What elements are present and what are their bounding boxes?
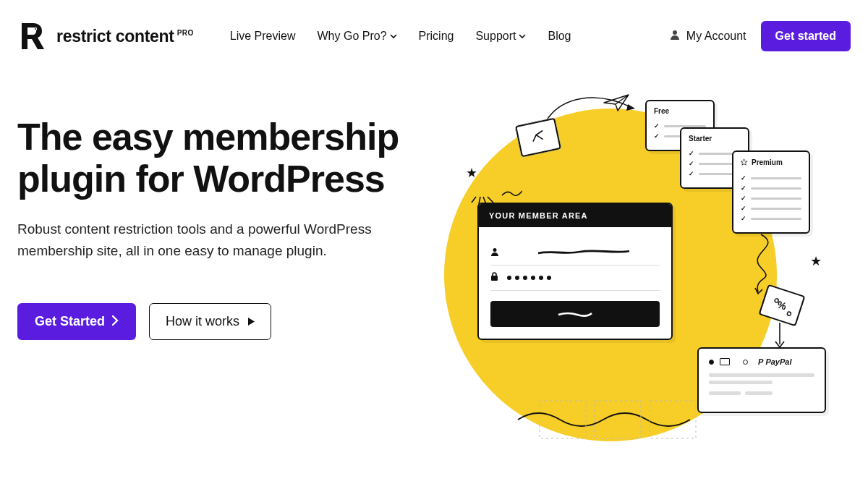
site-header: restrict contentPRO Live Preview Why Go … (0, 0, 868, 72)
radio-empty-icon (743, 360, 748, 365)
header-actions: My Account Get started (669, 21, 851, 51)
svg-point-5 (775, 298, 779, 302)
hero-section: The easy membership plugin for WordPress… (0, 72, 868, 340)
chevron-down-icon (519, 30, 526, 43)
tier-free-label: Free (654, 107, 669, 115)
hero-get-started-button[interactable]: Get Started (17, 303, 136, 340)
logo-text: restrict contentPRO (56, 27, 194, 46)
svg-rect-7 (540, 401, 586, 438)
hero-cta-group: Get Started How it works (17, 303, 422, 340)
tier-card-premium: ✩Premium (732, 150, 810, 234)
star-icon: ✩ (741, 158, 747, 167)
credit-card-icon (720, 358, 730, 365)
arrow-down-icon (773, 321, 787, 350)
logo-icon (17, 20, 49, 52)
password-dots (507, 276, 551, 280)
star-icon: ★ (810, 253, 822, 269)
svg-rect-4 (491, 276, 498, 281)
hero-subtitle: Robust content restriction tools and a p… (17, 218, 408, 261)
svg-rect-8 (595, 401, 641, 438)
svg-point-1 (35, 28, 36, 30)
primary-nav: Live Preview Why Go Pro? Pricing Support… (230, 30, 571, 43)
member-area-card: YOUR MEMBER AREA (477, 203, 673, 340)
scribble-icon (501, 188, 522, 198)
tier-premium-label: Premium (752, 158, 783, 166)
get-started-button[interactable]: Get started (761, 21, 851, 51)
svg-rect-9 (650, 401, 696, 438)
nav-pricing[interactable]: Pricing (419, 30, 454, 43)
chevron-down-icon (390, 30, 397, 43)
paper-plane-icon (603, 94, 629, 111)
svg-point-3 (493, 248, 497, 252)
tier-starter-label: Starter (689, 135, 712, 143)
logo[interactable]: restrict contentPRO (17, 20, 194, 52)
dotted-rects-icon (538, 399, 697, 443)
chevron-right-icon (112, 314, 119, 329)
member-card-title: YOUR MEMBER AREA (479, 204, 671, 227)
nav-support[interactable]: Support (475, 30, 526, 43)
scribble-icon (508, 249, 660, 256)
star-icon: ★ (466, 165, 477, 181)
lock-icon (490, 271, 498, 284)
radio-filled-icon (709, 360, 714, 365)
nav-live-preview[interactable]: Live Preview (230, 30, 296, 43)
svg-point-6 (787, 311, 791, 315)
nav-blog[interactable]: Blog (548, 30, 571, 43)
user-icon (490, 246, 499, 259)
play-icon (248, 314, 255, 329)
how-it-works-button[interactable]: How it works (149, 303, 271, 340)
payment-card: P PayPal (697, 347, 826, 413)
login-button (490, 301, 660, 327)
hero-title: The easy membership plugin for WordPress (17, 116, 422, 200)
my-account-link[interactable]: My Account (669, 29, 746, 43)
user-icon (669, 29, 681, 43)
nav-why-go-pro[interactable]: Why Go Pro? (318, 30, 397, 43)
svg-point-2 (673, 30, 677, 35)
hero-illustration: ★ ★ YOUR MEMBER AREA Free (422, 116, 851, 340)
hero-content: The easy membership plugin for WordPress… (17, 116, 422, 340)
paypal-label: P PayPal (758, 357, 792, 366)
